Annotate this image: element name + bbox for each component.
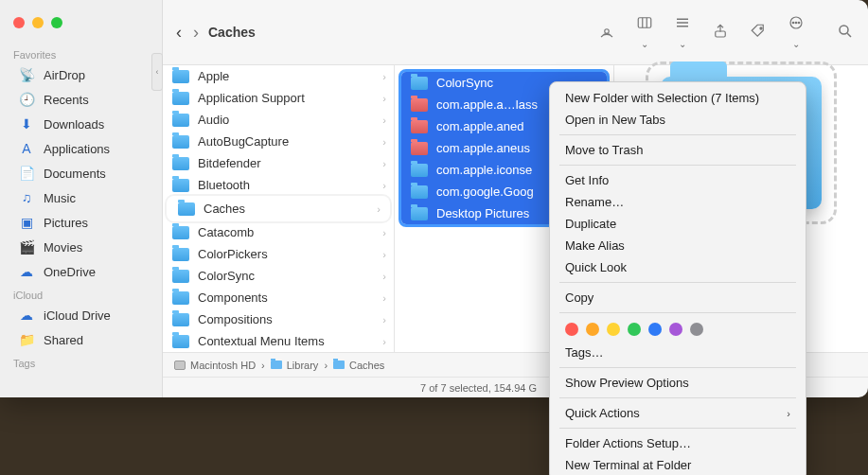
menu-item-quick-actions[interactable]: Quick Actions› — [550, 402, 806, 424]
icloud-drive-icon: ☁︎ — [19, 308, 34, 323]
view-columns-icon[interactable]: ⌄ — [635, 14, 654, 50]
sidebar-item-label: AirDrop — [44, 68, 85, 82]
search-icon[interactable] — [836, 23, 855, 43]
menu-item-label: Copy — [565, 290, 593, 305]
airdrop-icon[interactable] — [597, 23, 616, 43]
hd-icon — [174, 361, 186, 370]
folder-icon — [411, 164, 428, 177]
menu-separator — [559, 134, 796, 135]
folder-icon — [172, 179, 189, 192]
folder-icon — [172, 70, 189, 83]
folder-icon — [333, 361, 345, 369]
menu-separator — [559, 282, 796, 283]
folder-name: Catacomb — [198, 225, 254, 239]
menu-item-move-to-trash[interactable]: Move to Trash — [550, 139, 806, 161]
menu-item-new-folder-with-selection-7-items[interactable]: New Folder with Selection (7 Items) — [550, 87, 806, 109]
menu-item-show-preview-options[interactable]: Show Preview Options — [550, 372, 806, 394]
folder-row[interactable]: Catacomb› — [163, 221, 394, 243]
folder-icon — [172, 270, 189, 283]
tag-green[interactable] — [628, 323, 641, 336]
group-icon[interactable]: ⌄ — [673, 14, 692, 50]
chevron-right-icon: › — [382, 336, 386, 347]
menu-item-duplicate[interactable]: Duplicate — [550, 213, 806, 235]
sidebar-item-applications[interactable]: AApplications — [6, 136, 156, 161]
menu-item-label: Quick Look — [565, 260, 627, 274]
folder-name: com.apple.aneus — [436, 141, 530, 155]
tags-icon[interactable] — [749, 23, 768, 43]
path-segment-caches[interactable]: Caches — [333, 360, 384, 371]
forward-button[interactable]: › — [193, 23, 199, 43]
folder-row[interactable]: Components› — [163, 287, 394, 308]
sidebar-item-label: Pictures — [44, 216, 88, 230]
menu-item-label: Make Alias — [565, 238, 625, 253]
share-icon[interactable] — [711, 23, 730, 43]
folder-row[interactable]: ColorSync› — [163, 265, 394, 287]
tag-gray[interactable] — [690, 323, 703, 336]
folder-icon — [172, 226, 189, 239]
tag-purple[interactable] — [669, 323, 682, 336]
sidebar-item-recents[interactable]: 🕘Recents — [6, 87, 156, 112]
folder-name: Compositions — [198, 312, 273, 326]
back-button[interactable]: ‹ — [176, 23, 182, 43]
more-icon[interactable]: ⌄ — [787, 14, 806, 50]
menu-item-label: New Folder with Selection (7 Items) — [565, 91, 759, 105]
tag-red[interactable] — [565, 323, 578, 336]
sidebar-item-shared[interactable]: 📁Shared — [6, 327, 156, 352]
tag-blue[interactable] — [648, 323, 662, 336]
menu-item-folder-actions-setup[interactable]: Folder Actions Setup… — [550, 432, 806, 454]
window-title: Caches — [208, 25, 256, 40]
folder-row[interactable]: Application Support› — [163, 87, 394, 109]
folder-row[interactable]: AutoBugCapture› — [163, 131, 394, 152]
folder-row[interactable]: Caches› — [168, 198, 388, 220]
menu-separator — [559, 165, 796, 166]
folder-row[interactable]: Bluetooth› — [163, 174, 394, 196]
sidebar-item-movies[interactable]: 🎬Movies — [6, 235, 156, 259]
sidebar-item-icloud-drive[interactable]: ☁︎iCloud Drive — [6, 303, 156, 327]
menu-item-new-terminal-at-folder[interactable]: New Terminal at Folder — [550, 454, 806, 475]
sidebar-item-label: Recents — [44, 93, 89, 107]
tag-orange[interactable] — [586, 323, 599, 336]
sidebar-collapse-handle[interactable]: ‹ — [151, 53, 163, 91]
folder-name: Bluetooth — [198, 178, 250, 192]
folder-row[interactable]: Bitdefender› — [163, 152, 394, 174]
menu-item-rename[interactable]: Rename… — [550, 191, 806, 213]
chevron-right-icon: › — [377, 203, 381, 215]
sidebar-item-airdrop[interactable]: 📡AirDrop — [6, 62, 156, 87]
chevron-right-icon: › — [787, 408, 790, 419]
sidebar-item-downloads[interactable]: ⬇︎Downloads — [6, 112, 156, 136]
sidebar-section-icloud-label: iCloud — [0, 284, 162, 303]
folder-row[interactable]: Apple› — [163, 65, 394, 87]
sidebar-section-tags-label: Tags — [0, 352, 162, 371]
sidebar-item-onedrive[interactable]: ☁︎OneDrive — [6, 259, 156, 284]
path-segment-hd[interactable]: Macintosh HD — [174, 360, 256, 371]
folder-row[interactable]: Compositions› — [163, 308, 394, 330]
close-button[interactable] — [13, 17, 25, 28]
sidebar-item-music[interactable]: ♫Music — [6, 185, 156, 210]
folder-name: Application Support — [198, 91, 305, 105]
folder-name: ColorPickers — [198, 247, 268, 261]
minimize-button[interactable] — [32, 17, 44, 28]
sidebar-item-documents[interactable]: 📄Documents — [6, 161, 156, 185]
svg-rect-7 — [716, 31, 726, 37]
folder-row[interactable]: Audio› — [163, 109, 394, 131]
path-segment-library[interactable]: Library — [271, 360, 319, 371]
folder-name: ColorSync — [436, 76, 493, 90]
menu-item-quick-look[interactable]: Quick Look — [550, 256, 806, 278]
menu-item-make-alias[interactable]: Make Alias — [550, 235, 806, 256]
tag-yellow[interactable] — [607, 323, 620, 336]
folder-row[interactable]: Contextual Menu Items› — [163, 330, 394, 352]
menu-item-get-info[interactable]: Get Info — [550, 169, 806, 191]
folder-icon — [172, 157, 189, 170]
column-1: Apple›Application Support›Audio›AutoBugC… — [163, 65, 395, 352]
menu-item-open-in-new-tabs[interactable]: Open in New Tabs — [550, 109, 806, 131]
menu-item-tags[interactable]: Tags… — [550, 342, 806, 363]
maximize-button[interactable] — [51, 17, 62, 28]
sidebar-item-label: Music — [44, 191, 76, 205]
svg-point-13 — [840, 26, 848, 34]
folder-name: AutoBugCapture — [198, 134, 289, 149]
menu-item-copy[interactable]: Copy — [550, 287, 806, 308]
folder-icon — [411, 142, 428, 155]
folder-row[interactable]: ColorPickers› — [163, 243, 394, 265]
menu-item-label: Open in New Tabs — [565, 113, 665, 127]
sidebar-item-pictures[interactable]: ▣Pictures — [6, 210, 156, 235]
